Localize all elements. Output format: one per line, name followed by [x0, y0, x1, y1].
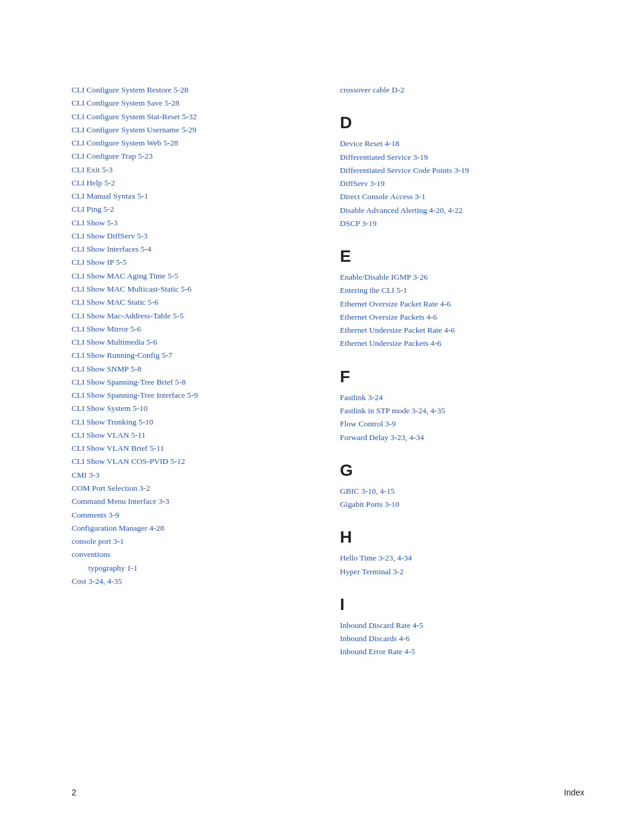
index-entry[interactable]: Flow Control 3-9 [340, 417, 584, 431]
index-entry[interactable]: CLI Show VLAN COS-PVID 5-12 [72, 455, 304, 468]
index-entry[interactable]: Cost 3-24, 4-35 [72, 575, 304, 588]
page-footer: 2 Index [72, 788, 584, 797]
index-entry[interactable]: CMI 3-3 [72, 469, 304, 482]
index-columns: CLI Configure System Restore 5-28CLI Con… [72, 83, 584, 659]
index-entry[interactable]: Comments 3-9 [72, 509, 304, 522]
index-entry[interactable]: Enable/Disable IGMP 3-26 [340, 271, 584, 284]
index-entry[interactable]: crossover cable D-2 [340, 83, 584, 97]
index-entry[interactable]: Command Menu Interface 3-3 [72, 495, 304, 508]
index-entry[interactable]: CLI Show MAC Multicast-Static 5-6 [72, 283, 304, 296]
index-entry[interactable]: CLI Ping 5-2 [72, 203, 304, 216]
index-entry[interactable]: DSCP 3-19 [340, 217, 584, 230]
index-entry[interactable]: Ethernet Oversize Packet Rate 4-6 [340, 298, 584, 311]
index-entry[interactable]: CLI Show Interfaces 5-4 [72, 243, 304, 256]
index-entry[interactable]: CLI Configure Trap 5-23 [72, 150, 304, 163]
footer-index-label: Index [564, 788, 584, 797]
index-entry[interactable]: Forward Delay 3-23, 4-34 [340, 431, 584, 444]
index-entry[interactable]: CLI Exit 5-3 [72, 163, 304, 176]
index-entry[interactable]: Ethernet Undersize Packets 4-6 [340, 337, 584, 350]
index-entry[interactable]: CLI Configure System Restore 5-28 [72, 83, 304, 97]
index-entry[interactable]: typography 1-1 [72, 562, 304, 575]
index-entry[interactable]: CLI Show MAC Aging Time 5-5 [72, 270, 304, 283]
index-entry[interactable]: Hello Time 3-23, 4-34 [340, 552, 584, 565]
index-entry[interactable]: Device Reset 4-18 [340, 137, 584, 150]
index-entry[interactable]: CLI Configure System Save 5-28 [72, 97, 304, 110]
index-entry[interactable]: Ethernet Undersize Packet Rate 4-6 [340, 324, 584, 337]
index-entry[interactable]: Hyper Terminal 3-2 [340, 565, 584, 578]
index-entry[interactable]: Differentiated Service 3-19 [340, 151, 584, 164]
index-entry[interactable]: Inbound Discard Rate 4-5 [340, 619, 584, 632]
section-header: E [340, 247, 584, 266]
index-entry[interactable]: Inbound Error Rate 4-5 [340, 645, 584, 658]
index-entry[interactable]: CLI Help 5-2 [72, 176, 304, 190]
index-entry[interactable]: Disable Advanced Alerting 4-20, 4-22 [340, 204, 584, 217]
index-entry[interactable]: CLI Configure System Web 5-28 [72, 137, 304, 150]
section-header: F [340, 367, 584, 386]
index-entry[interactable]: Direct Console Access 3-1 [340, 190, 584, 203]
index-entry[interactable]: CLI Show SNMP 5-8 [72, 363, 304, 376]
index-entry[interactable]: CLI Configure System Stat-Reset 5-32 [72, 110, 304, 123]
index-entry[interactable]: CLI Show MAC Static 5-6 [72, 296, 304, 309]
index-entry[interactable]: CLI Show 5-3 [72, 216, 304, 230]
index-entry[interactable]: Entering the CLI 5-1 [340, 284, 584, 297]
index-entry[interactable]: Gigabit Ports 3-10 [340, 498, 584, 511]
index-entry[interactable]: CLI Configure System Username 5-29 [72, 123, 304, 137]
index-entry[interactable]: Fastlink 3-24 [340, 391, 584, 404]
left-column: CLI Configure System Restore 5-28CLI Con… [72, 83, 304, 659]
index-entry[interactable]: Fastlink in STP mode 3-24, 4-35 [340, 404, 584, 417]
page-number: 2 [72, 788, 76, 797]
section-header: H [340, 528, 584, 547]
page: CLI Configure System Restore 5-28CLI Con… [0, 0, 644, 833]
index-entry[interactable]: DiffServ 3-19 [340, 177, 584, 190]
index-entry[interactable]: CLI Show DiffServ 5-3 [72, 230, 304, 243]
index-entry[interactable]: CLI Show Running-Config 5-7 [72, 349, 304, 362]
index-entry[interactable]: CLI Show Mirror 5-6 [72, 323, 304, 336]
index-entry[interactable]: Differentiated Service Code Points 3-19 [340, 164, 584, 177]
index-entry[interactable]: CLI Show Spanning-Tree Interface 5-9 [72, 389, 304, 402]
section-header: G [340, 461, 584, 480]
index-entry[interactable]: CLI Manual Syntax 5-1 [72, 190, 304, 203]
section-header: I [340, 595, 584, 614]
index-entry[interactable]: Configuration Manager 4-28 [72, 522, 304, 535]
index-entry[interactable]: CLI Show Spanning-Tree Brief 5-8 [72, 376, 304, 389]
index-entry[interactable]: COM Port Selection 3-2 [72, 482, 304, 495]
index-entry[interactable]: CLI Show System 5-10 [72, 402, 304, 415]
index-entry[interactable]: CLI Show VLAN Brief 5-11 [72, 442, 304, 455]
index-entry[interactable]: console port 3-1 [72, 535, 304, 548]
section-header: D [340, 113, 584, 132]
index-entry[interactable]: Ethernet Oversize Packets 4-6 [340, 311, 584, 324]
index-entry[interactable]: CLI Show VLAN 5-11 [72, 429, 304, 442]
index-entry[interactable]: CLI Show IP 5-5 [72, 256, 304, 269]
index-entry[interactable]: GBIC 3-10, 4-15 [340, 485, 584, 498]
index-entry[interactable]: Inbound Discards 4-6 [340, 632, 584, 645]
index-entry[interactable]: CLI Show Mac-Address-Table 5-5 [72, 309, 304, 323]
right-column: crossover cable D-2DDevice Reset 4-18Dif… [340, 83, 584, 659]
index-entry[interactable]: CLI Show Multimedia 5-6 [72, 336, 304, 349]
index-entry[interactable]: conventions [72, 548, 304, 561]
index-entry[interactable]: CLI Show Trunking 5-10 [72, 416, 304, 429]
